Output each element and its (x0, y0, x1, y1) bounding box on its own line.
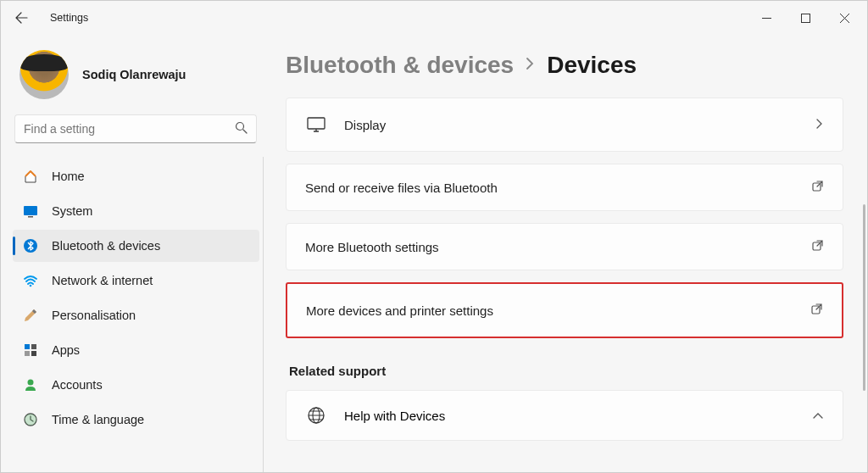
display-icon (305, 117, 327, 132)
sidebar-item-apps[interactable]: Apps (13, 334, 259, 366)
card-label: Send or receive files via Bluetooth (305, 181, 811, 195)
sidebar-item-home[interactable]: Home (13, 160, 259, 192)
search-box[interactable] (14, 114, 257, 143)
svg-rect-7 (31, 344, 36, 349)
sidebar-item-network[interactable]: Network & internet (13, 264, 259, 297)
svg-rect-6 (25, 344, 30, 349)
breadcrumb-current: Devices (547, 52, 637, 79)
card-help-with-devices[interactable]: Help with Devices (286, 390, 843, 441)
close-button[interactable] (825, 4, 864, 31)
external-link-icon (811, 180, 824, 195)
card-label: Display (344, 118, 815, 132)
maximize-button[interactable] (786, 4, 825, 31)
svg-rect-9 (31, 351, 36, 356)
profile-section[interactable]: Sodiq Olanrewaju (11, 42, 264, 114)
sidebar-item-personalisation[interactable]: Personalisation (13, 299, 259, 331)
profile-name: Sodiq Olanrewaju (82, 68, 186, 81)
card-label: More Bluetooth settings (305, 240, 811, 254)
sidebar-item-label: System (52, 204, 92, 218)
svg-rect-2 (24, 206, 37, 215)
home-icon (23, 169, 38, 184)
svg-rect-8 (25, 351, 30, 356)
chevron-right-icon (526, 57, 535, 74)
time-icon (23, 412, 38, 427)
search-input[interactable] (24, 122, 235, 136)
avatar (19, 50, 69, 99)
sidebar-item-bluetooth[interactable]: Bluetooth & devices (13, 230, 259, 262)
sidebar-item-label: Apps (52, 343, 80, 357)
sidebar-item-system[interactable]: System (13, 195, 259, 227)
back-button[interactable] (11, 8, 31, 28)
sidebar-item-label: Home (52, 170, 85, 183)
svg-point-10 (28, 380, 34, 386)
arrow-left-icon (14, 11, 28, 25)
svg-point-1 (236, 123, 244, 131)
svg-rect-0 (801, 14, 810, 22)
help-globe-icon (305, 406, 327, 425)
card-more-devices-printer-settings[interactable]: More devices and printer settings (286, 282, 843, 338)
sidebar-item-label: Time & language (52, 413, 144, 426)
card-display[interactable]: Display (286, 97, 843, 152)
bluetooth-icon (23, 238, 38, 253)
accounts-icon (23, 377, 38, 392)
apps-icon (23, 342, 38, 358)
card-more-bluetooth-settings[interactable]: More Bluetooth settings (286, 223, 843, 270)
breadcrumb-parent[interactable]: Bluetooth & devices (286, 52, 514, 79)
chevron-right-icon (815, 118, 824, 132)
personalisation-icon (23, 308, 38, 323)
section-related-support: Related support (289, 364, 843, 378)
external-link-icon (810, 303, 823, 318)
network-icon (23, 273, 38, 288)
scrollbar-thumb[interactable] (863, 204, 865, 391)
sidebar-item-label: Accounts (52, 378, 103, 392)
chevron-up-icon (812, 409, 824, 423)
svg-rect-13 (308, 118, 325, 129)
sidebar-nav: Home System Bluetooth & devices Network … (11, 157, 264, 472)
svg-point-5 (30, 285, 32, 287)
sidebar-item-label: Personalisation (52, 309, 136, 322)
svg-rect-3 (28, 216, 33, 218)
sidebar-item-time[interactable]: Time & language (13, 403, 259, 436)
window-title: Settings (50, 12, 88, 24)
svg-point-12 (25, 414, 36, 426)
sidebar-item-label: Network & internet (52, 274, 153, 287)
sidebar-item-accounts[interactable]: Accounts (13, 369, 259, 401)
search-icon (235, 121, 248, 136)
system-icon (23, 203, 38, 219)
breadcrumb: Bluetooth & devices Devices (286, 52, 843, 79)
minimize-button[interactable] (747, 4, 786, 31)
external-link-icon (811, 239, 824, 254)
card-label: Help with Devices (344, 409, 812, 423)
sidebar-item-label: Bluetooth & devices (52, 239, 160, 253)
card-label: More devices and printer settings (306, 303, 810, 318)
card-send-receive-bluetooth[interactable]: Send or receive files via Bluetooth (286, 164, 843, 211)
